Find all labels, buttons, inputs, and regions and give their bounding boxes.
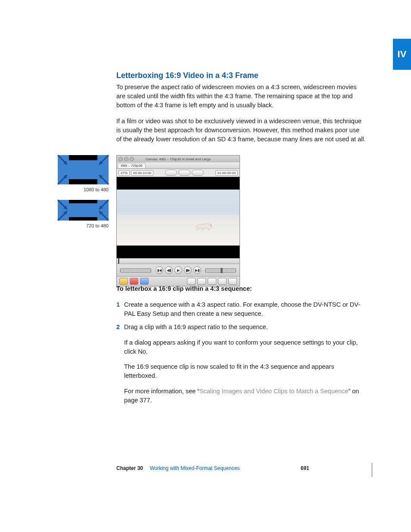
- step-note: If a dialog appears asking if you want t…: [116, 338, 366, 356]
- step-number: 1: [116, 300, 120, 309]
- steps-heading: To letterbox a 16:9 clip within a 4:3 se…: [116, 284, 366, 293]
- step-1: 1 Create a sequence with a 4:3 aspect ra…: [116, 300, 366, 318]
- arrow-icon: [98, 210, 109, 221]
- footer-chapter: Chapter 30: [116, 465, 143, 471]
- arrow-icon: [57, 210, 68, 221]
- step-text: Drag a clip with a 16:9 aspect ratio to …: [124, 324, 268, 330]
- diagram-1080-to-480: [58, 155, 109, 184]
- step-text: Create a sequence with a 4:3 aspect rati…: [124, 301, 360, 317]
- arrow-icon: [57, 174, 68, 185]
- footer-title: Working with Mixed-Format Sequences: [149, 465, 240, 471]
- diagram1-caption: 1080 to 480: [55, 187, 109, 192]
- step-number: 2: [116, 323, 120, 332]
- cross-reference-link[interactable]: Scaling Images and Video Clips to Match …: [199, 388, 349, 395]
- paragraph: To preserve the aspect ratio of widescre…: [116, 83, 366, 110]
- arrow-icon: [98, 199, 109, 210]
- arrow-icon: [57, 154, 68, 165]
- arrow-icon: [98, 154, 109, 165]
- paragraph: If a film or video was shot to be exclus…: [116, 117, 366, 144]
- footer-rule: [372, 463, 372, 477]
- sidebar-diagrams: 1080 to 480 720 to 480: [55, 155, 111, 236]
- diagram-720-to-480: [58, 200, 109, 221]
- step-note: For more information, see “Scaling Image…: [116, 387, 366, 405]
- part-tab: IV: [393, 39, 411, 70]
- section-heading: Letterboxing 16:9 Video in a 4:3 Frame: [116, 71, 366, 80]
- footer-page-number: 691: [301, 465, 309, 471]
- arrow-icon: [57, 199, 68, 210]
- page-footer: Chapter 30 Working with Mixed-Format Seq…: [116, 465, 370, 471]
- step-note: The 16:9 sequence clip is now scaled to …: [116, 362, 366, 380]
- diagram2-caption: 720 to 480: [55, 223, 109, 228]
- arrow-icon: [98, 174, 109, 185]
- step-2: 2 Drag a clip with a 16:9 aspect ratio t…: [116, 323, 366, 332]
